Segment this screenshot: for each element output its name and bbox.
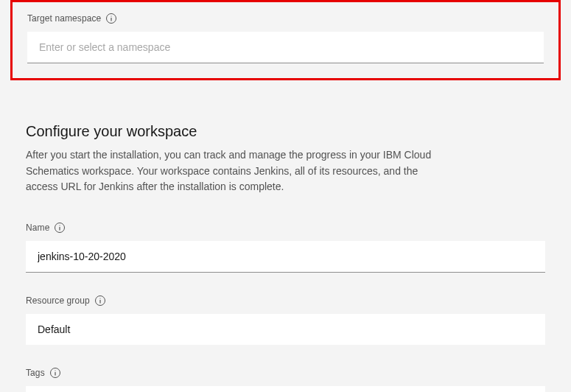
tags-input[interactable] (26, 386, 545, 392)
target-namespace-input[interactable] (27, 32, 544, 63)
info-icon[interactable] (105, 13, 117, 24)
configure-workspace-heading: Configure your workspace (26, 123, 545, 140)
resource-group-field-group: Resource group Default (26, 295, 545, 345)
info-icon[interactable] (94, 295, 106, 307)
resource-group-select[interactable]: Default (26, 314, 545, 345)
target-namespace-section: Target namespace (10, 0, 561, 80)
svg-point-4 (60, 225, 60, 225)
resource-group-label: Resource group (26, 295, 90, 306)
name-label-row: Name (26, 222, 545, 234)
info-icon[interactable] (54, 222, 66, 234)
info-icon[interactable] (49, 367, 61, 379)
target-namespace-label-row: Target namespace (27, 13, 544, 24)
name-field-group: Name (26, 222, 545, 273)
configure-workspace-description: After you start the installation, you ca… (26, 147, 438, 195)
svg-point-10 (55, 370, 55, 371)
tags-label-row: Tags (26, 367, 545, 379)
name-label: Name (26, 223, 49, 233)
target-namespace-label: Target namespace (27, 13, 101, 24)
tags-field-group: Tags (26, 367, 545, 392)
tags-label: Tags (26, 368, 45, 378)
svg-point-7 (99, 298, 100, 298)
resource-group-label-row: Resource group (26, 295, 545, 307)
svg-point-1 (111, 15, 112, 16)
name-input[interactable] (26, 241, 545, 273)
